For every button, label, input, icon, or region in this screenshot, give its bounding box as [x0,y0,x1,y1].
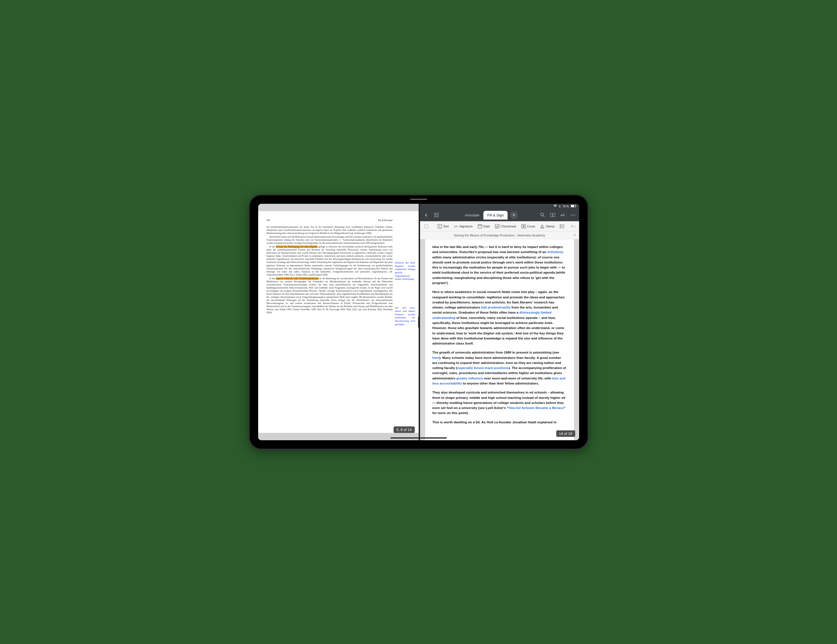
link-hail-predominantly[interactable]: hail predominantly [481,305,511,309]
tab-fill-sign[interactable]: Fill & Sign [483,211,508,220]
paragraph: für Gesellschaftstransformationen seit d… [267,225,393,235]
grid-view-icon[interactable] [432,211,440,219]
more-icon[interactable] [569,211,577,219]
svg-point-12 [572,215,573,216]
link-tenure-track[interactable]: especially tenure-track positions [457,366,509,370]
text: over more-and-more of university life, w… [483,376,552,380]
svg-rect-21 [495,224,499,228]
date-tool[interactable]: Date [476,223,492,230]
add-tab-button[interactable]: + [510,211,518,219]
right-document-page: idea in the late 60s and early 70s — but… [425,239,574,440]
tool-label: Cross [527,224,535,228]
text: one should seek to promote social justic… [432,255,565,285]
link-ed-schools-menace[interactable]: How Ed Schools Became a Menace [509,406,564,410]
selection-tool[interactable] [422,223,430,230]
fill-sign-toolbar: T Text Signature Date Checkmark Cr [420,221,579,231]
paragraph: In der Periode des Niedergangs des alten… [267,245,393,276]
svg-rect-4 [437,213,438,215]
svg-rect-23 [541,227,544,228]
page-counter: 14 of 18 [556,430,575,437]
text: In den [269,277,276,280]
svg-point-13 [574,215,575,216]
tab-annotate[interactable]: Annotate [461,211,483,220]
stamp-tool[interactable]: Stamp [538,223,556,230]
close-document-button[interactable]: ✕ [573,233,576,237]
screen: 268 Raj Kollmorgen für Gesellschaftstran… [258,204,579,440]
svg-rect-6 [437,216,438,217]
svg-text:T: T [439,224,441,228]
page-number: 268 [267,219,270,222]
tool-label: Checkmark [501,224,516,228]
wifi-icon [553,205,557,208]
paragraph: They also developed curricula and entren… [432,390,567,415]
text: within many administrative circles (espe… [432,255,538,259]
image-tool[interactable] [558,223,566,230]
text: of how, concretely, many social institut… [432,316,565,345]
left-bottombar [258,433,419,440]
tool-label: Date [483,224,490,228]
handwritten-annotation[interactable]: Diskurse des alten Regimes werden zunehm… [395,261,415,281]
paragraph: The growth of university administration … [432,350,567,386]
left-text-column: 268 Raj Kollmorgen für Gesellschaftstran… [267,219,395,429]
paragraph: Spezifischer lassen sich die Relevanzen … [267,235,393,244]
outline-icon[interactable] [549,211,556,219]
tool-label: Text [443,224,449,228]
text: The growth of university administration … [432,351,559,354]
ipad-frame: 268 Raj Kollmorgen für Gesellschaftstran… [250,195,588,449]
battery-icon [571,205,576,208]
svg-point-25 [561,225,562,226]
paragraph: In den engeren Umbruch- oder Transitions… [267,277,393,315]
right-app-pane: ↯ 79 % Annotate Fill & Sign + [419,204,579,440]
svg-rect-10 [553,213,555,217]
document-title-bar: Seizing the Means of Knowledge Productio… [420,231,579,239]
text: ist die Bedeutung der revolutionären und… [267,277,393,314]
page-counter: 5, 6 of 14 [394,426,414,433]
margin-annotations: Diskurse des alten Regimes werden zunehm… [395,219,415,429]
text-size-icon[interactable]: ᴀA [559,211,567,219]
svg-rect-9 [550,213,552,217]
back-button[interactable] [422,211,430,219]
text: to anyone other than their fellow admini… [462,382,539,385]
charging-icon: ↯ [558,205,561,208]
search-icon[interactable] [538,211,547,219]
paragraph: idea in the late 60s and early 70s — but… [432,244,567,285]
paragraph: Here is where academics in social resear… [432,289,567,346]
page-author: Raj Kollmorgen [378,219,393,222]
undo-button[interactable] [569,223,577,230]
svg-rect-5 [435,216,436,217]
status-bar: ↯ 79 % [420,204,579,209]
link-orthodoxy[interactable]: orthodoxy [547,250,563,254]
battery-percentage: 79 % [563,205,569,208]
left-topbar [258,204,419,211]
cross-tool[interactable]: Cross [520,223,537,230]
paragraph: This is worth dwelling on a bit. As HxA … [432,420,567,425]
text: gelingt es einerseits den herrschenden p… [267,246,393,276]
text: In der [269,246,276,248]
right-document-viewport[interactable]: idea in the late 60s and early 70s — but… [420,239,579,440]
svg-point-7 [540,213,543,216]
document-title: Seizing the Means of Knowledge Productio… [454,234,545,237]
signature-tool[interactable]: Signature [452,223,474,230]
tool-label: Stamp [546,224,555,228]
tool-label: Signature [460,224,473,228]
left-document-page[interactable]: 268 Raj Kollmorgen für Gesellschaftstran… [258,211,419,433]
svg-rect-3 [435,213,436,215]
text: idea in the late 60s and early 70s — but… [432,245,563,254]
link-here[interactable]: here [432,356,440,360]
handwritten-annotation[interactable]: alte und neue, innere und äußere Diskurs… [395,306,415,326]
text-tool[interactable]: T Text [436,223,450,230]
link-greater-influence[interactable]: greater influence [456,376,483,380]
highlight[interactable]: Periode des Niedergangs des alten Regime… [276,246,318,248]
checkmark-tool[interactable]: Checkmark [493,223,518,230]
svg-rect-14 [425,224,428,228]
home-indicator[interactable] [391,438,447,439]
svg-rect-2 [576,205,576,206]
italic-text: of course [538,255,553,259]
top-notch [410,199,427,200]
svg-line-8 [543,216,545,217]
svg-rect-17 [478,224,482,228]
svg-rect-1 [571,205,574,207]
top-toolbar: Annotate Fill & Sign + ᴀA [420,209,579,221]
mode-tabs: Annotate Fill & Sign + [461,211,518,220]
highlight[interactable]: engeren Umbruch- oder Transitionsprozess… [276,277,318,280]
